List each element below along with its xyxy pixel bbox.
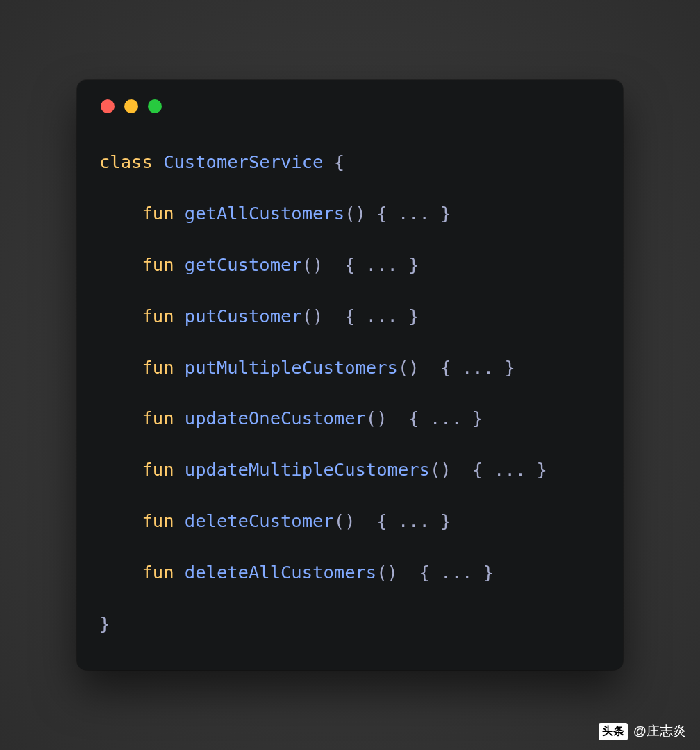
brace-close: }: [99, 613, 110, 634]
fn-parens: (): [376, 562, 408, 583]
fn-parens: (): [344, 203, 366, 224]
fn-parens: (): [398, 357, 430, 378]
traffic-lights: [101, 99, 601, 113]
code-block: class CustomerService { fun getAllCustom…: [99, 149, 601, 637]
fn-parens: (): [430, 459, 462, 480]
fn-parens: (): [302, 306, 334, 326]
keyword-fun: fun: [142, 562, 174, 583]
fn-name: updateMultipleCustomers: [185, 459, 430, 480]
fn-name: putMultipleCustomers: [185, 357, 398, 378]
keyword-fun: fun: [142, 459, 174, 480]
watermark-text: @庄志炎: [633, 722, 686, 740]
keyword-class: class: [99, 151, 153, 172]
close-icon[interactable]: [101, 99, 115, 113]
fn-parens: (): [334, 510, 366, 531]
fn-body: { ... }: [398, 408, 483, 428]
fn-body: { ... }: [462, 459, 547, 480]
keyword-fun: fun: [142, 510, 174, 531]
fn-body: { ... }: [366, 510, 451, 531]
minimize-icon[interactable]: [124, 99, 138, 113]
fn-name: getAllCustomers: [185, 203, 344, 224]
fn-body: { ... }: [366, 203, 451, 224]
keyword-fun: fun: [142, 203, 174, 224]
fn-body: { ... }: [408, 562, 494, 583]
maximize-icon[interactable]: [148, 99, 162, 113]
fn-parens: (): [366, 408, 398, 428]
keyword-fun: fun: [142, 254, 174, 275]
fn-parens: (): [302, 254, 334, 275]
watermark: 头条 @庄志炎: [599, 722, 686, 740]
brace-open: {: [323, 151, 344, 172]
fn-name: updateOneCustomer: [185, 408, 366, 428]
watermark-logo: 头条: [599, 723, 628, 740]
fn-name: deleteAllCustomers: [185, 562, 376, 583]
keyword-fun: fun: [142, 408, 174, 428]
code-window: class CustomerService { fun getAllCustom…: [77, 80, 623, 670]
fn-body: { ... }: [430, 357, 515, 378]
fn-name: deleteCustomer: [185, 510, 334, 531]
fn-body: { ... }: [334, 306, 419, 326]
fn-body: { ... }: [334, 254, 419, 275]
class-name: CustomerService: [163, 151, 323, 172]
keyword-fun: fun: [142, 357, 174, 378]
fn-name: putCustomer: [185, 306, 302, 326]
keyword-fun: fun: [142, 306, 174, 326]
fn-name: getCustomer: [185, 254, 302, 275]
